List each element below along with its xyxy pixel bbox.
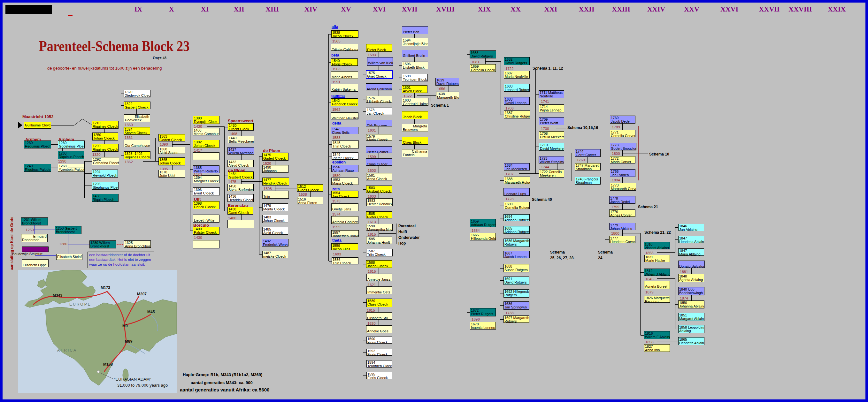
connector-line (363, 74, 363, 375)
person-box: Willem van Kiek (367, 57, 393, 66)
marriage-year-label: 1360 (125, 123, 133, 127)
person-box (227, 220, 254, 228)
region-header: Berenclau (228, 203, 248, 208)
marriage-year-label: 1858 (645, 340, 654, 344)
start-arrow-icon (18, 122, 22, 128)
person-box: Jacob Block (402, 111, 428, 119)
connector-line (329, 34, 331, 34)
connector-line (640, 233, 641, 335)
red-dash-mark (68, 15, 72, 16)
connector-line (554, 98, 554, 104)
connector-line (225, 198, 227, 198)
branch-header: beta (331, 53, 339, 58)
connector-line (467, 223, 470, 223)
person-box: Pieter Block (366, 44, 392, 52)
connector-line (344, 224, 344, 230)
person-box: Arend Pellegrom (366, 83, 392, 90)
connector-line (675, 227, 678, 228)
person-box: 1776Agnes Corver (609, 209, 636, 217)
person-box: 1810Vincent Ablaing (644, 242, 670, 249)
connector-line (241, 214, 242, 220)
connector-line (500, 218, 503, 219)
marriage-year-label: 1574 (332, 212, 341, 216)
person-box: 1436Hendrick Cloeck (227, 194, 254, 202)
person-box: 1542Hendrick Cloeck (331, 98, 358, 106)
region-header: Ulft (194, 197, 201, 202)
person-box: 1579Maria Cloeck (366, 134, 392, 141)
connector-line (344, 211, 344, 216)
connector-line (143, 159, 143, 161)
schema-reference: Schema 25, 26, 27, 28. (550, 249, 575, 261)
connector-line (142, 122, 142, 127)
marriage-year-label: 1599 (368, 155, 376, 159)
connector-line (121, 155, 124, 156)
person-box: Elisabeth Stijl (366, 312, 392, 320)
branch-header: alfa (332, 25, 338, 29)
connector-line (71, 159, 71, 168)
hulft-bracket (396, 224, 397, 244)
branch-header: zeta (332, 187, 340, 191)
person-box: 1831Marie Hacke (644, 255, 670, 262)
connector-line (417, 96, 436, 96)
connector-line (500, 192, 503, 192)
generation-numeral: XXVI (720, 5, 738, 13)
person-box: 1594Teuntgen Cloeck (366, 360, 392, 368)
person-box: 1320Diederyck Cloeck (124, 90, 151, 97)
connector-line (329, 102, 331, 102)
connector-line (275, 188, 297, 189)
schema-reference: Schema 1, 11, 12 (532, 65, 563, 71)
connector-line (155, 138, 156, 161)
connector-line (259, 231, 262, 231)
generation-numeral: XIX (478, 5, 491, 13)
marriage-year-label: 1480 (228, 216, 237, 220)
connector-line (34, 230, 55, 230)
connector-line (500, 319, 503, 320)
person-box: 1587Trijn Cloeck (366, 249, 393, 257)
connector-line (622, 124, 623, 130)
connector-line (535, 68, 536, 146)
person-box: 1747 MargarethStraalman (575, 163, 600, 170)
karel-de-grote-note: aansluiting op Karel de Grote (9, 213, 14, 270)
connector-line (517, 199, 531, 199)
person-box: 1665Hillegonda Gelder (470, 233, 496, 240)
region-header: de Ploen (228, 168, 245, 173)
haplogroup-marker: M89 (125, 339, 132, 343)
connector-line (329, 247, 331, 247)
continent-label: EUROPE (69, 302, 91, 306)
generation-numeral: XII (234, 5, 244, 13)
person-box: 1827Anna Inio (644, 344, 670, 352)
person-box: 1589Claes Cloeck (366, 299, 392, 307)
connector-line (142, 134, 142, 140)
person-box: 1556Trijn Cloeck (332, 257, 359, 264)
connector-line (85, 161, 92, 162)
connector-line (399, 115, 402, 115)
person-box: 1440Belia Meeckeren (228, 136, 254, 143)
connector-line (329, 144, 332, 145)
person-box: Pieter Bon (402, 26, 428, 34)
connector-line (501, 114, 504, 115)
generation-numeral: XV (341, 5, 351, 13)
person-box: Pieter Helmer (366, 146, 392, 153)
person-box: 1581Anna Cloeck (366, 173, 392, 180)
connector-line (121, 105, 124, 106)
marriage-year-label: 1722 (505, 67, 514, 71)
marriage-year-label: 1615 (368, 232, 376, 236)
person-box: 1592Floris Cloeck (366, 349, 392, 356)
person-box: 1687Maria Neufville (504, 71, 530, 78)
connector-line (68, 244, 89, 245)
haplogroup-marker: M45 (147, 310, 155, 314)
marriage-year-label: 1563 (332, 67, 341, 71)
connector-line (310, 192, 311, 197)
connector-line (207, 124, 207, 128)
connector-line (207, 148, 207, 152)
person-box: 1400Menta Camphusen (193, 128, 219, 135)
marriage-year-label: 1789 (612, 125, 620, 129)
connector-line (344, 106, 344, 112)
connector-line (121, 93, 121, 155)
person-box: 1851Margaret Ablaing (678, 313, 705, 321)
marriage-year-label: 1601 (368, 128, 376, 132)
generation-numeral: XVI (373, 5, 385, 13)
person-box: 1368Aleid Spaen (158, 147, 185, 154)
connector-line (500, 206, 504, 206)
connector-line (259, 255, 262, 255)
